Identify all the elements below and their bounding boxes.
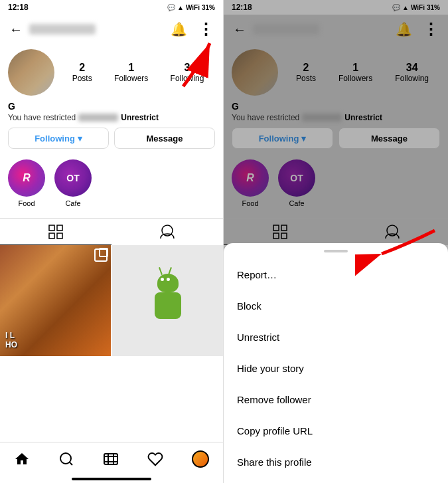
left-tabs-row (0, 218, 223, 245)
signal-icon: ▲ (177, 4, 184, 11)
left-highlight-food[interactable]: R Food (8, 159, 45, 207)
left-photo-grid: I LHO (0, 245, 223, 442)
left-posts-label: Posts (72, 74, 92, 83)
left-avatar (8, 49, 54, 96)
left-food-text: R (23, 172, 31, 184)
left-food-label: Food (18, 199, 35, 207)
left-status-bar: 12:18 💬 ▲ WiFi 31% (0, 0, 223, 15)
right-bottom-sheet: Report… Block Unrestrict Hide your story… (224, 243, 448, 483)
left-home-button[interactable] (14, 451, 30, 467)
left-nav-left: ← (8, 21, 96, 39)
left-highlight-cafe[interactable]: OT Cafe (54, 159, 92, 207)
left-posts-count: 2 (79, 62, 85, 74)
right-sheet-copy-url[interactable]: Copy profile URL (224, 415, 448, 446)
svg-rect-2 (49, 233, 54, 239)
left-grid-icon (48, 225, 63, 239)
left-restricted-blur (78, 114, 118, 122)
left-tab-person[interactable] (112, 219, 223, 245)
right-sheet-share-profile[interactable]: Share this profile (224, 446, 448, 478)
left-bottom-indicator (72, 478, 151, 480)
right-sheet-remove-follower[interactable]: Remove follower (224, 384, 448, 415)
svg-rect-1 (57, 225, 62, 231)
left-restricted-row: You have restricted Unrestrict (8, 113, 215, 122)
left-nav-right: 🔔 ⋮ (169, 19, 215, 40)
left-top-nav: ← 🔔 ⋮ (0, 15, 223, 44)
left-stats-container: 2 Posts 1 Followers 3 Following (61, 62, 215, 83)
left-menu-button[interactable]: ⋮ (196, 19, 215, 40)
left-person-icon (160, 225, 175, 239)
left-search-icon (58, 451, 74, 467)
left-highlight-food-circle: R (8, 159, 45, 197)
left-username-blur (29, 24, 96, 35)
left-followers-count: 1 (128, 62, 134, 74)
left-home-icon (14, 451, 30, 467)
left-followers-label: Followers (114, 74, 148, 83)
svg-rect-7 (104, 454, 117, 464)
right-sheet-handle (324, 250, 348, 252)
left-profile-section: 2 Posts 1 Followers 3 Following G You ha… (0, 44, 223, 218)
left-avatar-img (8, 49, 54, 96)
wifi-icon: WiFi (186, 4, 200, 11)
left-tab-grid[interactable] (0, 219, 112, 245)
left-followers-stat: 1 Followers (114, 62, 148, 83)
svg-point-5 (60, 453, 71, 464)
left-unrestrict-button[interactable]: Unrestrict (121, 113, 159, 122)
left-time: 12:18 (8, 3, 29, 12)
left-bell-button[interactable]: 🔔 (169, 20, 188, 39)
left-heart-button[interactable] (147, 451, 163, 467)
battery-text: 31% (202, 4, 215, 11)
left-following-stat: 3 Following (171, 62, 204, 83)
svg-rect-3 (57, 233, 62, 239)
svg-rect-0 (49, 225, 54, 231)
left-profile-avatar (192, 450, 209, 468)
whatsapp-icon: 💬 (167, 4, 175, 11)
left-panel: 12:18 💬 ▲ WiFi 31% ← 🔔 ⋮ 2 Posts (0, 0, 224, 483)
left-restricted-text: You have restricted (8, 113, 76, 122)
left-action-buttons: Following ▾ Message (8, 128, 215, 149)
left-profile-name: G (8, 101, 215, 112)
svg-line-6 (70, 462, 72, 464)
left-grid-item-2[interactable] (112, 245, 223, 356)
left-posts-stat: 2 Posts (72, 62, 92, 83)
left-reels-icon (103, 451, 119, 467)
left-grid-item-1[interactable]: I LHO (0, 245, 111, 356)
left-following-chevron: ▾ (78, 134, 82, 144)
left-bottom-nav (0, 442, 223, 475)
left-heart-icon (147, 451, 163, 467)
left-cafe-text: OT (66, 173, 79, 183)
right-sheet-unrestrict[interactable]: Unrestrict (224, 322, 448, 353)
left-cafe-label: Cafe (65, 199, 80, 207)
right-sheet-block[interactable]: Block (224, 290, 448, 322)
left-back-button[interactable]: ← (8, 21, 24, 39)
left-highlights-row: R Food OT Cafe (8, 157, 215, 213)
left-following-count: 3 (185, 62, 190, 74)
left-highlight-cafe-circle: OT (54, 159, 92, 197)
left-following-label: Following (35, 134, 75, 144)
left-following-label: Following (171, 74, 204, 83)
left-profile-button[interactable] (192, 450, 209, 468)
left-following-button[interactable]: Following ▾ (8, 128, 109, 149)
left-message-button[interactable]: Message (114, 128, 215, 149)
left-reels-button[interactable] (103, 451, 119, 467)
left-profile-stats-row: 2 Posts 1 Followers 3 Following (8, 49, 215, 96)
left-status-icons: 💬 ▲ WiFi 31% (167, 4, 215, 11)
left-search-button[interactable] (58, 451, 74, 467)
right-panel: 12:18 💬 ▲ WiFi 31% ← 🔔 ⋮ 2 Posts (224, 0, 448, 483)
right-sheet-report[interactable]: Report… (224, 259, 448, 290)
right-sheet-hide-story[interactable]: Hide your story (224, 353, 448, 384)
